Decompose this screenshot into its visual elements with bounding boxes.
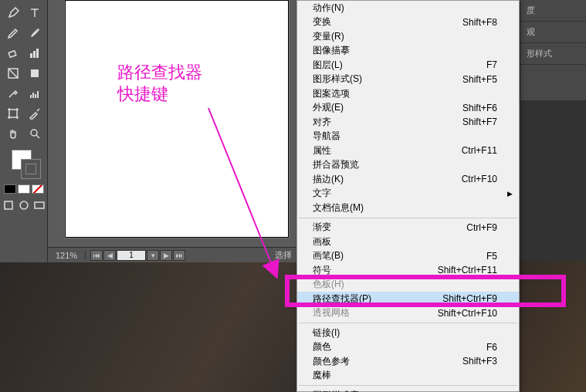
menu-item-label: 文字 — [313, 187, 331, 200]
menu-item-12[interactable]: 描边(K)Ctrl+F10 — [297, 172, 519, 187]
pager-input[interactable]: 1 — [117, 250, 146, 261]
screen-mode-c[interactable] — [32, 198, 46, 212]
pager-last[interactable]: ⏭ — [173, 250, 185, 261]
menu-item-19[interactable]: 符号Shift+Ctrl+F11 — [297, 263, 519, 278]
tool-eraser[interactable] — [3, 44, 23, 63]
menu-item-10[interactable]: 属性Ctrl+F11 — [297, 144, 519, 158]
svg-rect-1 — [30, 53, 32, 58]
pager-dropdown[interactable]: ▾ — [147, 250, 159, 261]
menu-item-shortcut: Shift+F5 — [462, 74, 497, 85]
mini-swatch-color[interactable] — [4, 184, 16, 194]
menu-item-7[interactable]: 外观(E)Shift+F6 — [297, 101, 519, 116]
menu-item-11[interactable]: 拼合器预览 — [297, 158, 519, 173]
menu-item-label: 图形样式库 — [313, 389, 359, 392]
menu-item-shortcut: Shift+F3 — [462, 356, 497, 367]
page-navigator: ⏮ ◀ 1 ▾ ▶ ⏭ — [86, 250, 185, 261]
mini-swatch-none[interactable] — [32, 184, 44, 194]
menu-item-shortcut: Ctrl+F11 — [462, 145, 497, 156]
menu-item-24[interactable]: 链接(I) — [297, 326, 519, 340]
menu-item-16[interactable]: 渐变Ctrl+F9 — [297, 221, 519, 235]
menu-item-label: 属性 — [313, 144, 331, 157]
menu-item-shortcut: Shift+Ctrl+F9 — [442, 293, 497, 304]
menu-item-6[interactable]: 图案选项 — [297, 86, 519, 101]
menu-item-14[interactable]: 文档信息(M) — [297, 201, 519, 215]
tool-chart[interactable] — [25, 44, 45, 63]
menu-item-label: 变换 — [313, 15, 331, 29]
menu-item-label: 画板 — [313, 235, 331, 248]
menu-item-4[interactable]: 图层(L)F7 — [297, 58, 519, 73]
artboard[interactable] — [65, 0, 289, 238]
menu-item-shortcut: Shift+F6 — [462, 103, 497, 113]
screen-mode-a[interactable] — [2, 198, 15, 212]
tool-graph[interactable] — [25, 84, 45, 103]
mini-swatch-gradient[interactable] — [18, 184, 30, 194]
screen-mode-b[interactable] — [17, 198, 31, 212]
tool-knife[interactable] — [25, 104, 45, 123]
svg-rect-6 — [30, 95, 32, 98]
menu-item-0[interactable]: 动作(N) — [297, 1, 519, 15]
menu-item-label: 符号 — [313, 264, 331, 277]
panel-stub-a[interactable]: 度 — [520, 0, 586, 22]
menu-item-shortcut: Shift+F8 — [462, 17, 497, 28]
menu-item-label: 图层(L) — [313, 59, 343, 72]
menu-separator — [299, 385, 517, 386]
menu-item-5[interactable]: 图形样式(S)Shift+F5 — [297, 73, 519, 87]
menu-item-shortcut: Shift+F7 — [462, 117, 497, 127]
menu-item-2[interactable]: 变量(R) — [297, 29, 519, 44]
panel-stub-b[interactable]: 观 — [520, 22, 586, 43]
menu-item-shortcut: F7 — [486, 59, 497, 70]
menu-item-9[interactable]: 导航器 — [297, 130, 519, 144]
svg-rect-8 — [35, 94, 36, 98]
menu-item-13[interactable]: 文字▶ — [297, 187, 519, 201]
menu-item-21[interactable]: 路径查找器(P)Shift+Ctrl+F9 — [297, 292, 519, 306]
pager-next[interactable]: ▶ — [160, 250, 172, 261]
tool-pen[interactable] — [3, 4, 23, 22]
menu-item-label: 色板(H) — [313, 278, 344, 291]
svg-rect-5 — [31, 69, 39, 77]
menu-separator — [299, 323, 517, 323]
menu-item-label: 颜色 — [313, 340, 331, 353]
menu-item-label: 导航器 — [313, 130, 340, 143]
svg-rect-7 — [32, 93, 34, 98]
menu-item-25[interactable]: 颜色F6 — [297, 340, 519, 355]
submenu-arrow-icon: ▶ — [507, 190, 513, 198]
svg-rect-14 — [35, 202, 44, 208]
tool-type[interactable] — [25, 4, 45, 22]
menu-item-1[interactable]: 变换Shift+F8 — [297, 15, 519, 30]
menu-item-8[interactable]: 对齐Shift+F7 — [297, 115, 519, 130]
tool-zoom[interactable] — [25, 124, 45, 143]
menu-item-label: 路径查找器(P) — [313, 292, 371, 306]
pager-first[interactable]: ⏮ — [90, 250, 103, 261]
menu-item-26[interactable]: 颜色参考Shift+F3 — [297, 354, 519, 369]
zoom-level[interactable]: 121% — [48, 251, 86, 260]
tool-hand[interactable] — [3, 124, 23, 143]
menu-separator — [299, 218, 517, 218]
menu-item-17[interactable]: 画板 — [297, 235, 519, 249]
menu-item-3[interactable]: 图像描摹 — [297, 44, 519, 59]
menu-item-20[interactable]: 色板(H) — [297, 278, 519, 292]
menu-item-label: 颜色参考 — [313, 355, 350, 368]
stroke-swatch[interactable] — [21, 159, 41, 179]
color-mode-row — [3, 184, 45, 194]
tool-pencil[interactable] — [3, 24, 23, 42]
menu-item-18[interactable]: 画笔(B)F5 — [297, 249, 519, 264]
menu-item-label: 画笔(B) — [313, 249, 344, 262]
fill-stroke-swatches[interactable] — [8, 148, 39, 181]
menu-item-label: 描边(K) — [313, 173, 344, 186]
menu-item-shortcut: F5 — [486, 251, 497, 262]
menu-item-shortcut: Ctrl+F10 — [462, 174, 497, 184]
status-bar: 121% ⏮ ◀ 1 ▾ ▶ ⏭ 选择 — [48, 247, 296, 262]
tool-shape[interactable] — [25, 64, 45, 83]
tool-brush[interactable] — [25, 24, 45, 42]
menu-item-27[interactable]: 魔棒 — [297, 369, 519, 384]
panel-stub-c[interactable]: 形样式 — [520, 43, 586, 65]
menu-item-label: 透视网格 — [313, 306, 350, 319]
svg-rect-9 — [37, 91, 39, 98]
menu-item-29[interactable]: 图形样式库▶ — [297, 388, 519, 392]
pager-prev[interactable]: ◀ — [103, 250, 116, 261]
tool-gradient[interactable] — [3, 64, 23, 83]
tool-eyedropper[interactable] — [3, 84, 23, 103]
tool-artboard[interactable] — [3, 104, 23, 123]
menu-item-22[interactable]: 透视网格Shift+Ctrl+F10 — [297, 306, 519, 321]
left-toolbar — [0, 0, 48, 262]
